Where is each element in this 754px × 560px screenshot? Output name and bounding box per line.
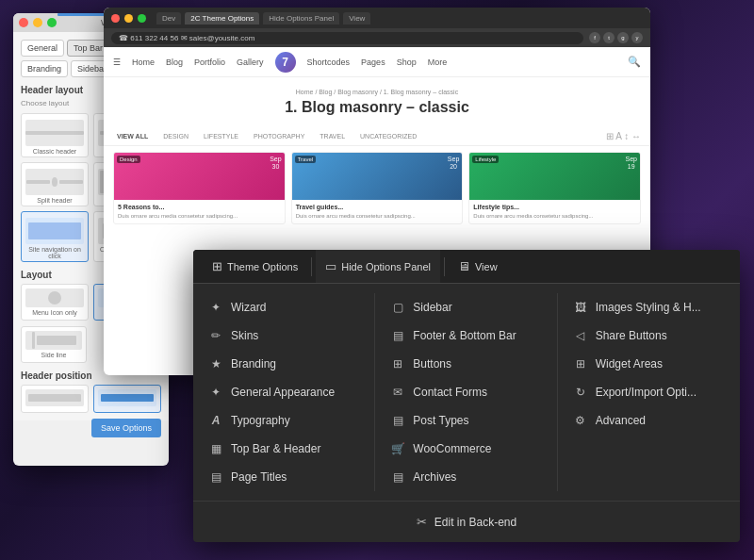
header-pos-thumb1 <box>25 389 84 406</box>
layout-classic-header[interactable]: Classic header <box>21 113 89 157</box>
social-icons-bar: f t g y <box>589 32 643 43</box>
tw-icon[interactable]: t <box>603 32 615 43</box>
dropdown-body: ✦ Wizard ✏ Skins ★ Branding ✦ General Ap… <box>193 284 740 501</box>
share-buttons-label: Share Buttons <box>596 329 667 342</box>
gp-icon[interactable]: g <box>617 32 629 43</box>
menu-sidebar[interactable]: ▢ Sidebar <box>381 293 550 321</box>
header-pos-thumb2 <box>98 389 156 406</box>
layout-sitenav-label: Site navigation on click <box>25 246 84 259</box>
browser-addressbar: ☎ 611 322 44 56 ✉ sales@yousite.com f t … <box>104 28 650 47</box>
layout-split-header[interactable]: Split header <box>21 162 89 206</box>
edit-backend-button[interactable]: ✂ Edit in Back-end <box>398 509 535 535</box>
menu-archives[interactable]: ▤ Archives <box>381 463 550 491</box>
blog-card-1: Travel Sep 20 Travel guides... Duis orna… <box>291 152 464 224</box>
nav-portfolio[interactable]: Portfolio <box>194 58 225 67</box>
menu-wizard[interactable]: ✦ Wizard <box>199 293 369 321</box>
menu-skins[interactable]: ✏ Skins <box>199 321 369 350</box>
nav-shortcodes[interactable]: Shortcodes <box>307 58 351 67</box>
view-label: View <box>475 261 498 272</box>
browser-min-btn[interactable] <box>124 14 133 23</box>
thumb-side-line <box>25 331 82 350</box>
address-bar[interactable]: ☎ 611 322 44 56 ✉ sales@yousite.com <box>111 32 583 44</box>
save-options-button[interactable]: Save Options <box>91 419 161 437</box>
dropdown-footer: ✂ Edit in Back-end <box>193 501 740 542</box>
browser-max-btn[interactable] <box>138 14 146 23</box>
card-title-0: 5 Reasons to... <box>118 204 281 210</box>
browser-tab-dev[interactable]: Dev <box>156 12 181 25</box>
yt-icon[interactable]: y <box>631 32 643 43</box>
layout-site-nav[interactable]: Site navigation on click <box>21 211 89 262</box>
menu-branding[interactable]: ★ Branding <box>199 350 369 378</box>
header-pos-option2[interactable] <box>93 385 161 413</box>
filter-travel[interactable]: TRAVEL <box>316 131 349 141</box>
nav-shop[interactable]: Shop <box>397 58 417 67</box>
menu-widget-areas[interactable]: ⊞ Widget Areas <box>564 350 734 378</box>
menu-export-import[interactable]: ↻ Export/Import Opti... <box>564 378 734 406</box>
nav-home[interactable]: Home <box>132 58 155 67</box>
images-styling-icon: 🖼 <box>573 300 588 315</box>
hide-panel-section[interactable]: ▭ Hide Options Panel <box>316 250 440 283</box>
topbar-header-label: Top Bar & Header <box>231 442 320 455</box>
theme-dropdown: ⊞ Theme Options ▭ Hide Options Panel 🖥 V… <box>193 250 740 542</box>
browser-tab-hide[interactable]: Hide Options Panel <box>263 12 339 25</box>
menu-page-titles[interactable]: ▤ Page Titles <box>199 463 369 491</box>
hero-breadcrumb: Home / Blog / Blog masonry / 1. Blog mas… <box>123 89 631 95</box>
images-styling-label: Images Styling & H... <box>596 301 701 314</box>
sidebar-label: Sidebar <box>413 301 451 314</box>
filter-design[interactable]: DESIGN <box>159 131 192 141</box>
layout-side-line[interactable]: Side line <box>21 326 87 363</box>
menu-general-appearance[interactable]: ✦ General Appearance <box>199 378 369 406</box>
site-nav: ☰ Home Blog Portfolio Gallery 7 Shortcod… <box>104 47 650 77</box>
header-position-options <box>21 385 161 413</box>
menu-contact-forms[interactable]: ✉ Contact Forms <box>381 378 550 406</box>
menu-post-types[interactable]: ▤ Post Types <box>381 406 550 435</box>
menu-footer-bottom-bar[interactable]: ▤ Footer & Bottom Bar <box>381 321 550 350</box>
dropdown-header: ⊞ Theme Options ▭ Hide Options Panel 🖥 V… <box>193 250 740 284</box>
nav-gallery[interactable]: Gallery <box>237 58 264 67</box>
footer-bottom-bar-label: Footer & Bottom Bar <box>413 329 516 342</box>
filter-uncategorized[interactable]: UNCATEGORIZED <box>356 131 420 141</box>
browser-tab-view[interactable]: View <box>343 12 370 25</box>
layout-thumb-classic <box>25 120 84 146</box>
export-import-icon: ↻ <box>573 385 588 400</box>
nav-blog[interactable]: Blog <box>166 58 183 67</box>
menu-typography[interactable]: A Typography <box>199 406 369 435</box>
tab-general[interactable]: General <box>21 40 64 57</box>
browser-titlebar: Dev 2C Theme Options Hide Options Panel … <box>104 8 650 28</box>
card-title-2: Lifestyle tips... <box>473 204 636 210</box>
blog-card-2: Lifestyle Sep 19 Lifestyle tips... Duis … <box>468 152 641 224</box>
nav-more[interactable]: More <box>428 58 448 67</box>
filter-lifestyle[interactable]: LIFESTYLE <box>200 131 242 141</box>
archives-icon: ▤ <box>390 469 405 485</box>
search-icon[interactable]: 🔍 <box>628 56 641 68</box>
close-btn[interactable] <box>19 18 28 27</box>
layout-menu-icon[interactable]: Menu Icon only <box>21 284 89 321</box>
tab-branding[interactable]: Branding <box>21 60 68 77</box>
filter-view-all[interactable]: VIEW ALL <box>113 131 152 141</box>
view-section[interactable]: 🖥 View <box>449 250 507 283</box>
browser-tab-theme[interactable]: 2C Theme Options <box>185 12 259 25</box>
fb-icon[interactable]: f <box>589 32 600 43</box>
footer-bottom-bar-icon: ▤ <box>390 328 405 343</box>
menu-advanced[interactable]: ⚙ Advanced <box>564 406 734 435</box>
post-types-icon: ▤ <box>390 413 405 428</box>
theme-options-section[interactable]: ⊞ Theme Options <box>203 250 307 283</box>
min-btn[interactable] <box>33 18 42 27</box>
dropdown-col-1: ▢ Sidebar ▤ Footer & Bottom Bar ⊞ Button… <box>375 293 557 491</box>
layout-sideline-label: Side line <box>25 352 82 358</box>
advanced-icon: ⚙ <box>573 413 588 428</box>
max-btn[interactable] <box>47 18 57 27</box>
post-types-label: Post Types <box>413 414 468 427</box>
woocommerce-icon: 🛒 <box>390 441 405 456</box>
menu-buttons[interactable]: ⊞ Buttons <box>381 350 550 378</box>
browser-close-btn[interactable] <box>111 14 120 23</box>
menu-woocommerce[interactable]: 🛒 WooCommerce <box>381 435 550 463</box>
filter-photography[interactable]: PHOTOGRAPHY <box>250 131 308 141</box>
menu-images-styling[interactable]: 🖼 Images Styling & H... <box>564 293 734 321</box>
blog-card-body-2: Lifestyle tips... Duis ornare arcu media… <box>469 200 640 223</box>
grid-icons: ⊞ A ↕ ↔ <box>606 131 641 141</box>
menu-share-buttons[interactable]: ◁ Share Buttons <box>564 321 734 350</box>
nav-pages[interactable]: Pages <box>361 58 385 67</box>
menu-topbar-header[interactable]: ▦ Top Bar & Header <box>199 435 369 463</box>
header-pos-option1[interactable] <box>21 385 89 413</box>
